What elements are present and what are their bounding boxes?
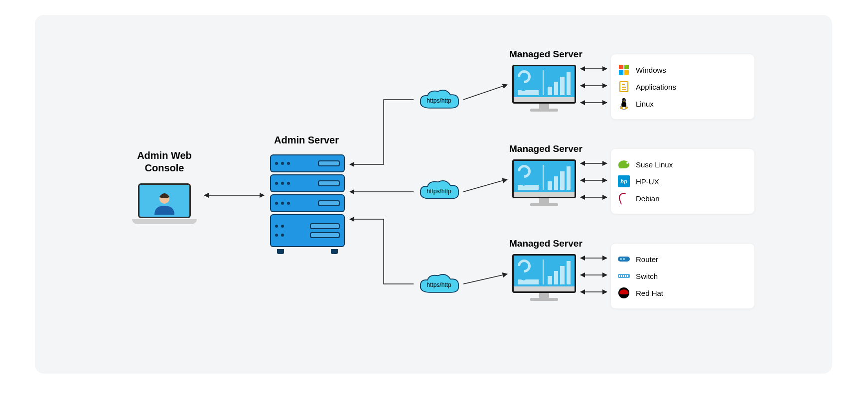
card-row: Debian (618, 190, 747, 207)
applications-icon (618, 81, 630, 93)
svg-point-6 (624, 100, 625, 100)
windows-icon (618, 64, 630, 76)
card-row: Applications (618, 78, 747, 95)
laptop-base (132, 219, 197, 224)
svg-line-11 (463, 274, 507, 284)
switch-icon (618, 270, 630, 282)
diagram-canvas: Admin Web Console Admin Server (0, 0, 868, 404)
managed-server-title-2: Managed Server (509, 143, 609, 154)
card-row: Red Hat (618, 284, 747, 301)
admin-console-title: Admin Web Console (120, 149, 209, 174)
admin-console-laptop (132, 183, 197, 228)
server-unit-large (270, 214, 345, 247)
card-row: Switch (618, 268, 747, 284)
server-unit (270, 194, 345, 212)
diagram-panel: Admin Web Console Admin Server (35, 15, 832, 374)
admin-server-stack (270, 154, 345, 254)
systems-card-1: Windows Applications Linux (610, 54, 755, 120)
cloud-label: https/http (417, 281, 461, 288)
hpux-icon: hp (618, 175, 630, 187)
card-label: Red Hat (636, 289, 663, 297)
managed-server-monitor-1 (512, 65, 576, 115)
managed-server-title-3: Managed Server (509, 238, 609, 249)
suse-icon (618, 158, 630, 170)
svg-line-10 (463, 179, 507, 192)
managed-server-title-1: Managed Server (509, 49, 609, 60)
server-unit (270, 174, 345, 192)
cloud-label: https/http (417, 188, 461, 195)
card-row: Router (618, 251, 747, 268)
avatar-icon (152, 190, 177, 215)
systems-card-3: Router Switch Red Hat (610, 243, 755, 309)
card-label: Linux (636, 100, 654, 108)
linux-icon (618, 98, 630, 110)
managed-server-monitor-3 (512, 254, 576, 304)
server-unit (270, 154, 345, 172)
card-label: Suse Linux (636, 160, 673, 169)
redhat-icon (618, 287, 630, 299)
cloud-protocol-1: https/http (417, 89, 461, 112)
card-row: hp HP-UX (618, 173, 747, 190)
card-label: Applications (636, 83, 676, 91)
admin-server-title: Admin Server (264, 135, 349, 146)
card-label: Switch (636, 272, 658, 280)
card-label: Router (636, 255, 658, 264)
router-icon (618, 253, 630, 265)
card-label: HP-UX (636, 177, 659, 186)
admin-console-title-l2: Console (145, 162, 184, 173)
cloud-protocol-3: https/http (417, 273, 461, 296)
systems-card-2: Suse Linux hp HP-UX Debian (610, 148, 755, 214)
admin-console-title-l1: Admin Web (137, 150, 192, 161)
laptop-screen (138, 183, 191, 218)
debian-icon (618, 192, 630, 204)
server-feet (270, 249, 345, 254)
card-row: Suse Linux (618, 156, 747, 173)
card-row: Linux (618, 95, 747, 112)
managed-server-monitor-2 (512, 159, 576, 209)
cloud-protocol-2: https/http (417, 179, 461, 202)
svg-point-5 (623, 100, 623, 100)
card-label: Windows (636, 66, 666, 74)
cloud-label: https/http (417, 97, 461, 104)
card-label: Debian (636, 194, 660, 203)
svg-line-9 (463, 85, 507, 100)
card-row: Windows (618, 61, 747, 78)
